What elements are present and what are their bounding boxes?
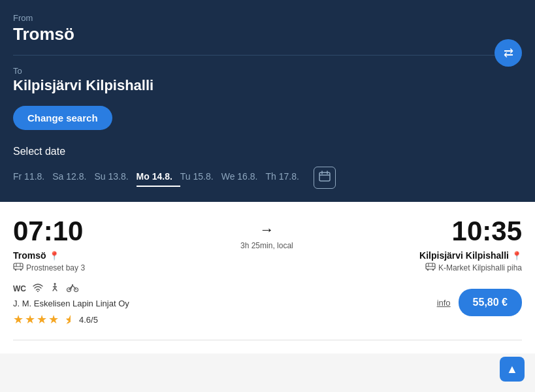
from-stop: Prostneset bay 3 <box>13 262 129 273</box>
trip-card: 07:10 Tromsö 📍 Prostneset bay 3 <box>13 218 522 327</box>
date-tab-tu[interactable]: Tu 15.8. <box>180 169 221 187</box>
route-divider <box>13 55 522 56</box>
bus-icon-from <box>13 262 24 273</box>
from-pin-icon: 📍 <box>49 251 59 261</box>
wc-icon: WC <box>13 284 26 293</box>
duration-block: → 3h 25min, local <box>234 218 299 250</box>
price-row: info 55,80 € <box>437 289 522 316</box>
header-section: From Tromsö ⇄ To Kilpisjärvi Kilpishalli… <box>0 0 535 202</box>
svg-point-17 <box>432 269 434 270</box>
from-city-result: Tromsö 📍 <box>13 250 129 261</box>
bottom-divider <box>13 340 522 340</box>
depart-time: 07:10 <box>13 218 129 245</box>
date-tab-sa[interactable]: Sa 12.8. <box>52 169 94 187</box>
svg-rect-0 <box>319 172 330 181</box>
departure-block: 07:10 Tromsö 📍 Prostneset bay 3 <box>13 218 129 327</box>
date-tabs: Fr 11.8. Sa 12.8. Su 13.8. Mo 14.8. Tu 1… <box>13 167 522 189</box>
svg-point-11 <box>54 283 56 285</box>
arrival-block: 10:35 Kilpisjärvi Kilpishalli 📍 K-Ma <box>404 218 522 316</box>
date-tab-we[interactable]: We 16.8. <box>221 169 266 187</box>
bus-icon-to <box>425 262 436 273</box>
rating-row: ★★★★ ⯨ 4.6/5 <box>13 312 129 327</box>
rating-value: 4.6/5 <box>79 315 98 325</box>
swap-icon: ⇄ <box>504 46 513 60</box>
price-button[interactable]: 55,80 € <box>459 289 522 316</box>
arrive-time: 10:35 <box>452 218 522 245</box>
change-search-button[interactable]: Change search <box>13 106 112 130</box>
half-star: ⯨ <box>64 314 75 325</box>
info-link[interactable]: info <box>437 298 451 308</box>
svg-point-5 <box>15 269 16 270</box>
swap-button[interactable]: ⇄ <box>494 39 522 67</box>
select-date-label: Select date <box>13 146 522 157</box>
to-stop: K-Market Kilpishalli piha <box>425 262 522 273</box>
date-tab-mo[interactable]: Mo 14.8. <box>137 169 180 187</box>
to-label: To <box>13 66 522 76</box>
calendar-button[interactable] <box>314 167 336 189</box>
svg-point-6 <box>20 269 22 270</box>
stars: ★★★★ <box>13 312 60 327</box>
amenities-row: WC <box>13 282 129 295</box>
wifi-icon <box>33 283 43 294</box>
accessibility-icon <box>50 282 60 295</box>
operator-name: J. M. Eskelisen Lapin Linjat Oy <box>13 299 129 308</box>
from-label: From <box>13 13 522 23</box>
from-city: Tromsö <box>13 24 522 44</box>
results-section: 07:10 Tromsö 📍 Prostneset bay 3 <box>0 202 535 353</box>
to-city: Kilpisjärvi Kilpishalli <box>13 77 522 94</box>
arrow-icon: → <box>259 221 274 238</box>
scroll-top-icon: ▲ <box>506 363 518 376</box>
duration-text: 3h 25min, local <box>240 241 293 250</box>
bike-icon <box>67 283 78 294</box>
svg-point-10 <box>37 291 39 292</box>
calendar-icon <box>319 171 331 185</box>
to-city-result: Kilpisjärvi Kilpishalli 📍 <box>419 250 522 261</box>
date-tab-su[interactable]: Su 13.8. <box>94 169 136 187</box>
to-pin-icon: 📍 <box>511 251 522 261</box>
svg-point-16 <box>427 269 429 270</box>
scroll-top-button[interactable]: ▲ <box>500 357 525 382</box>
date-tab-fr[interactable]: Fr 11.8. <box>13 169 52 187</box>
svg-point-14 <box>72 284 73 286</box>
date-tab-th[interactable]: Th 17.8. <box>265 169 306 187</box>
